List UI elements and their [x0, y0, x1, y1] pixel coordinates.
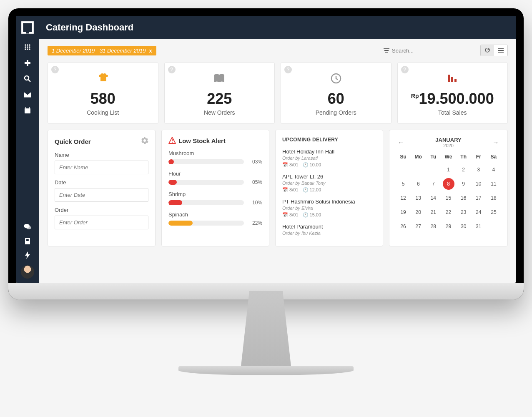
delivery-loc: Hotel Paramount [282, 224, 376, 230]
stock-bar [168, 221, 244, 226]
calendar-day-22[interactable]: 22 [443, 206, 454, 218]
delivery-item-0[interactable]: Hotel Holiday Inn Hall Order by Larasati… [282, 148, 376, 168]
svg-point-5 [25, 46, 26, 48]
calendar-day-6[interactable]: 6 [412, 178, 424, 190]
search-input[interactable] [392, 48, 467, 54]
calendar-day-4[interactable]: 4 [488, 164, 499, 176]
calendar-dow: Sa [487, 152, 501, 161]
stat-value: 60 [287, 90, 385, 108]
calendar-day-12[interactable]: 12 [397, 192, 409, 204]
stat-value: Rp19.500.000 [404, 90, 502, 108]
calendar-day-9[interactable]: 9 [458, 178, 469, 190]
calendar-day-19[interactable]: 19 [397, 206, 409, 218]
calendar-day-26[interactable]: 26 [397, 221, 409, 232]
svg-rect-24 [28, 239, 29, 240]
help-icon[interactable]: ? [284, 66, 292, 73]
date-range-close[interactable]: x [149, 48, 152, 54]
calendar-day-16[interactable]: 16 [458, 192, 469, 204]
delivery-loc: Hotel Holiday Inn Hall [282, 148, 376, 155]
help-icon[interactable]: ? [51, 66, 59, 73]
field-label-1: Date [55, 179, 148, 186]
search-field[interactable] [384, 48, 467, 54]
stat-label: Cooking List [54, 109, 152, 116]
stat-card-2[interactable]: ? 60 Pending Orders [281, 62, 391, 124]
calendar-day-17[interactable]: 17 [473, 192, 484, 204]
svg-rect-28 [384, 48, 389, 49]
svg-point-6 [27, 46, 28, 48]
calendar-day-23[interactable]: 23 [458, 206, 469, 218]
help-icon[interactable]: ? [168, 66, 176, 73]
calendar-day-7[interactable]: 7 [427, 178, 439, 190]
svg-point-9 [27, 48, 28, 50]
user-avatar[interactable] [21, 265, 34, 279]
stock-item-2: Shrimp 10% [168, 191, 262, 206]
svg-rect-22 [26, 239, 27, 240]
calendar-next[interactable]: → [491, 137, 501, 148]
calendar-day-14[interactable]: 14 [427, 192, 439, 204]
dashboard-view-button[interactable] [481, 45, 494, 56]
app-logo[interactable] [16, 16, 39, 39]
calendar-day-27[interactable]: 27 [412, 221, 424, 232]
chat-icon[interactable] [23, 223, 32, 231]
quick-order-title: Quick Order [55, 138, 91, 145]
stat-card-0[interactable]: ? 580 Cooking List [48, 62, 158, 124]
calendar-day-29[interactable]: 29 [443, 221, 454, 232]
delivery-meta: 📅 8/01🕐 10.00 [282, 162, 376, 168]
calendar-day-31[interactable]: 31 [473, 221, 484, 232]
calendar-day-25[interactable]: 25 [488, 206, 499, 218]
stat-card-3[interactable]: ? Rp19.500.000 Total Sales [397, 62, 508, 124]
delivery-title: UPCOMING DELIVERY [282, 137, 376, 143]
mail-icon[interactable] [23, 90, 32, 99]
calendar-day-13[interactable]: 13 [412, 192, 424, 204]
calendar-day-5[interactable]: 5 [397, 178, 409, 190]
svg-rect-18 [29, 107, 30, 109]
field-input-0[interactable] [55, 161, 148, 174]
delivery-item-3[interactable]: Hotel Paramount Order by Ibu Kezia [282, 224, 376, 236]
calendar-day-21[interactable]: 21 [427, 206, 439, 218]
calendar-day-11[interactable]: 11 [488, 178, 499, 190]
calendar-day-15[interactable]: 15 [443, 192, 454, 204]
svg-point-2 [25, 44, 26, 46]
svg-rect-37 [451, 77, 453, 82]
stock-bar [168, 180, 244, 185]
calendar-day-18[interactable]: 18 [488, 192, 499, 204]
gear-icon[interactable] [141, 137, 148, 146]
bolt-icon[interactable] [23, 251, 32, 259]
stock-bar [168, 200, 244, 205]
list-view-button[interactable] [494, 45, 507, 56]
stock-name: Shrimp [168, 191, 262, 197]
calendar-day-28[interactable]: 28 [427, 221, 439, 232]
stat-label: Pending Orders [287, 109, 385, 116]
date-range-text: 1 December 2019 - 31 December 2019 [52, 48, 146, 54]
calendar-day-24[interactable]: 24 [473, 206, 484, 218]
help-icon[interactable]: ? [401, 66, 409, 73]
calendar-dow: Su [396, 152, 410, 161]
calendar-day-30[interactable]: 30 [458, 221, 469, 232]
upcoming-delivery-panel: UPCOMING DELIVERY Hotel Holiday Inn Hall… [275, 130, 383, 246]
calendar-day-3[interactable]: 3 [473, 164, 484, 176]
field-input-2[interactable] [55, 216, 148, 229]
calendar-icon[interactable] [23, 106, 32, 115]
svg-rect-23 [27, 239, 28, 240]
calendar-day-8[interactable]: 8 [443, 178, 454, 190]
field-input-1[interactable] [55, 188, 148, 202]
building-icon[interactable] [23, 237, 32, 245]
svg-rect-36 [448, 75, 450, 82]
delivery-item-1[interactable]: APL Tower Lt. 26 Order by Bapak Tony 📅 8… [282, 173, 376, 193]
calendar-day-1[interactable]: 1 [443, 164, 454, 176]
stat-card-1[interactable]: ? 225 New Orders [164, 62, 275, 124]
apps-icon[interactable] [23, 43, 32, 51]
delivery-item-2[interactable]: PT Hashmiro Solusi Indonesia Order by El… [282, 198, 376, 218]
stock-name: Spinach [168, 211, 262, 218]
calendar-day-20[interactable]: 20 [412, 206, 424, 218]
search-icon[interactable] [23, 75, 32, 83]
plus-icon[interactable] [23, 59, 32, 67]
app-header: Catering Dashboard [16, 16, 516, 39]
calendar-day-10[interactable]: 10 [473, 178, 484, 190]
delivery-meta: 📅 8/01🕐 12.00 [282, 187, 376, 193]
calendar-prev[interactable]: ← [396, 137, 406, 148]
svg-point-13 [25, 76, 29, 80]
svg-rect-30 [385, 52, 388, 53]
calendar-day-2[interactable]: 2 [458, 164, 469, 176]
date-range-badge[interactable]: 1 December 2019 - 31 December 2019 x [48, 46, 156, 55]
